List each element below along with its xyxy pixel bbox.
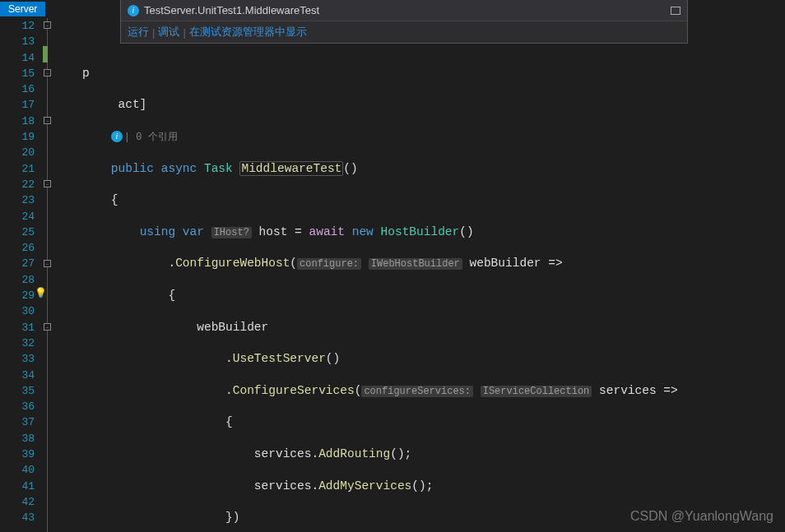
line-number: 38 [0, 431, 35, 446]
line-number: 32 [0, 335, 35, 351]
lightbulb-icon[interactable]: 💡 [35, 287, 46, 298]
references-count[interactable]: | 0 个引用 [124, 132, 178, 143]
line-number: 12 [0, 18, 35, 34]
line-number: 18 [0, 113, 35, 129]
line-number: 14 [0, 50, 35, 66]
line-number: 23 [0, 192, 35, 208]
line-number: 13 [0, 34, 35, 49]
fold-toggle[interactable]: - [44, 260, 51, 267]
line-number: 22 [0, 177, 35, 192]
dock-window-icon[interactable] [671, 7, 680, 15]
line-number: 27 [0, 256, 35, 271]
codelens-popup: i TestServer.UnitTest1.MiddlewareTest 运行… [120, 0, 688, 44]
codelens-title: TestServer.UnitTest1.MiddlewareTest [144, 4, 319, 16]
line-number: 30 [0, 303, 35, 319]
change-marker [43, 46, 48, 62]
line-number: 40 [0, 462, 35, 478]
line-number: 34 [0, 368, 35, 383]
line-number: 42 [0, 494, 35, 510]
codelens-header: i TestServer.UnitTest1.MiddlewareTest [121, 0, 687, 21]
editor: 12 13 14 15 16 17 18 19 20 21 22 23 24 2… [0, 18, 785, 532]
line-number: 26 [0, 240, 35, 256]
show-in-explorer-link[interactable]: 在测试资源管理器中显示 [189, 25, 307, 39]
line-number: 20 [0, 145, 35, 160]
fold-toggle[interactable]: - [44, 21, 51, 29]
line-number: 37 [0, 414, 35, 430]
line-number: 17 [0, 97, 35, 113]
line-number: 21 [0, 161, 35, 177]
fold-toggle[interactable]: - [44, 69, 51, 76]
code-area[interactable]: p act] i| 0 个引用 public async Task Middle… [82, 18, 785, 532]
line-number: 29 [0, 288, 35, 303]
line-number: 39 [0, 446, 35, 462]
fold-toggle[interactable]: - [44, 180, 51, 187]
line-number: 43 [0, 510, 35, 525]
line-number: 31 [0, 320, 35, 335]
line-number: 35 [0, 383, 35, 399]
line-number: 24 [0, 209, 35, 224]
line-number: 19 [0, 129, 35, 145]
line-number: 41 [0, 479, 35, 494]
codelens-actions: 运行 | 调试 | 在测试资源管理器中显示 [121, 21, 687, 43]
info-icon: i [111, 131, 123, 142]
info-icon: i [128, 5, 139, 16]
fold-toggle[interactable]: - [44, 323, 51, 331]
run-test-link[interactable]: 运行 [128, 25, 149, 39]
line-number: 36 [0, 399, 35, 414]
tab-server[interactable]: Server [0, 2, 45, 16]
line-number: 28 [0, 272, 35, 288]
fold-column: - - - - - - [43, 18, 82, 532]
line-number: 16 [0, 81, 35, 97]
debug-test-link[interactable]: 调试 [158, 25, 179, 39]
line-number: 25 [0, 224, 35, 240]
code-text: act] [118, 98, 147, 111]
fold-toggle[interactable]: - [44, 117, 51, 124]
line-number: 33 [0, 351, 35, 367]
line-number: 15 [0, 66, 35, 81]
line-number-gutter: 12 13 14 15 16 17 18 19 20 21 22 23 24 2… [0, 18, 43, 532]
